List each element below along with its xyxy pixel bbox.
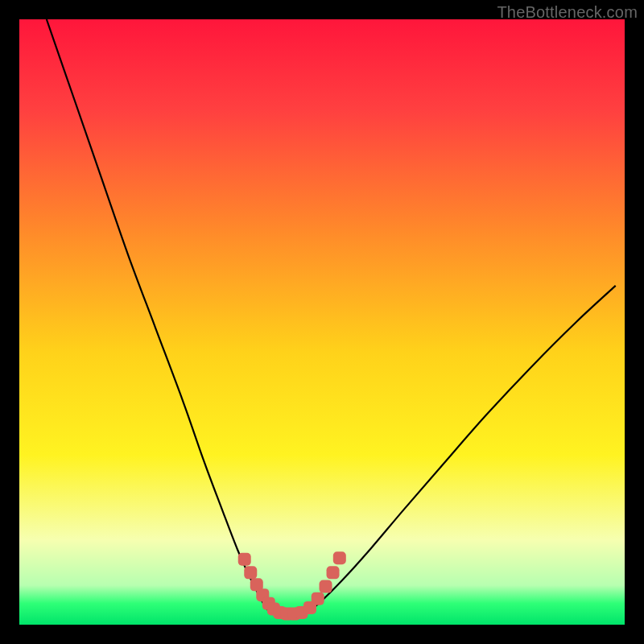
trough-marker: [238, 553, 251, 566]
trough-marker: [333, 551, 346, 564]
chart-frame: [19, 19, 625, 625]
trough-marker: [327, 566, 340, 579]
trough-marker: [320, 580, 332, 593]
gradient-background: [19, 19, 625, 625]
trough-marker: [312, 592, 324, 605]
bottleneck-chart: [19, 19, 625, 625]
watermark-text: TheBottleneck.com: [497, 3, 638, 22]
trough-marker: [244, 566, 257, 579]
